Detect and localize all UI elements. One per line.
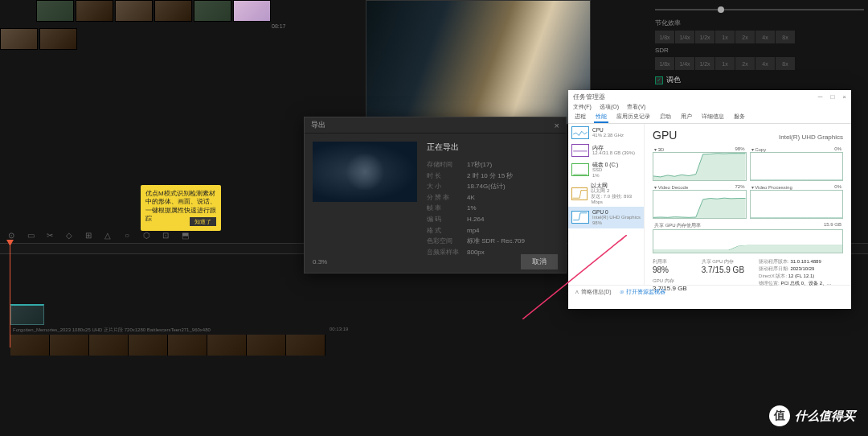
chart-label[interactable]: ▾ 3D bbox=[654, 146, 664, 152]
menu-options[interactable]: 选项(O) bbox=[600, 103, 619, 113]
fewer-details[interactable]: ∧ 简略信息(D) bbox=[575, 288, 612, 296]
perf-item-name: GPU 0 bbox=[592, 209, 641, 215]
video-track[interactable] bbox=[10, 335, 326, 356]
tool-icon[interactable]: △ bbox=[103, 230, 113, 240]
tool-icon[interactable]: ⬡ bbox=[141, 230, 151, 240]
tool-icon[interactable]: ⬒ bbox=[180, 230, 190, 240]
speed-btn[interactable]: 1/4x bbox=[675, 57, 694, 70]
export-status: 正在导出 bbox=[427, 142, 558, 153]
speed-btn[interactable]: 1/8x bbox=[655, 57, 674, 70]
export-row-key: 帧 率 bbox=[427, 203, 467, 214]
export-dialog: 导出 × 正在导出 存储时间17秒(17)时 长2 时 10 分 15 秒大 小… bbox=[304, 117, 567, 274]
maximize-icon[interactable]: □ bbox=[830, 93, 834, 101]
menu-file[interactable]: 文件(F) bbox=[573, 103, 592, 113]
media-thumb[interactable] bbox=[76, 0, 113, 22]
perf-item-name: 以太网 bbox=[591, 183, 641, 188]
speed-btn[interactable]: 1/4x bbox=[675, 31, 694, 43]
speed-btn[interactable]: 1x bbox=[715, 31, 735, 43]
perf-item-name: CPU bbox=[592, 127, 624, 133]
timeline-clip[interactable] bbox=[286, 335, 326, 356]
timeline-clip[interactable] bbox=[247, 335, 286, 356]
timeline-clip[interactable] bbox=[50, 335, 89, 356]
export-row-val: 17秒(17) bbox=[467, 159, 492, 171]
speed-btn[interactable]: 1x bbox=[715, 57, 735, 70]
cancel-button[interactable]: 取消 bbox=[521, 254, 558, 269]
slider[interactable] bbox=[655, 9, 864, 10]
chart-pct: 0% bbox=[834, 146, 841, 152]
speed-btn[interactable]: 2x bbox=[735, 31, 755, 43]
tooltip-ok-button[interactable]: 知道了 bbox=[190, 217, 216, 226]
timeline-clip[interactable] bbox=[89, 335, 129, 356]
resource-monitor-link[interactable]: ⊙ 打开资源监视器 bbox=[620, 288, 665, 296]
tool-icon[interactable]: ⊡ bbox=[161, 230, 170, 240]
media-thumb[interactable] bbox=[115, 0, 153, 22]
export-row-val: 4K bbox=[467, 192, 475, 204]
tab-startup[interactable]: 启动 bbox=[658, 113, 673, 123]
tab-users[interactable]: 用户 bbox=[679, 113, 694, 123]
speed-btn[interactable]: 1/2x bbox=[695, 57, 714, 70]
speed-btn[interactable]: 8x bbox=[776, 31, 795, 43]
gpu-chart bbox=[653, 191, 746, 218]
video-clip[interactable] bbox=[10, 304, 44, 325]
checkbox-label: 调色 bbox=[666, 75, 681, 85]
mini-graph-icon bbox=[571, 163, 589, 176]
close-icon[interactable]: × bbox=[555, 121, 559, 130]
watermark: 值 什么值得买 bbox=[769, 405, 855, 426]
tab-processes[interactable]: 进程 bbox=[573, 113, 588, 123]
section-label: 节化效率 bbox=[655, 19, 864, 27]
speed-buttons: 1/8x 1/4x 1/2x 1x 2x 4x 8x bbox=[655, 31, 864, 43]
stat-label: GPU 内存 bbox=[653, 278, 687, 285]
media-thumb[interactable] bbox=[39, 28, 77, 50]
preview-monitor bbox=[366, 0, 591, 125]
playhead[interactable] bbox=[10, 243, 10, 348]
timeline-clip[interactable] bbox=[10, 335, 50, 356]
timeline-clip[interactable] bbox=[168, 335, 207, 356]
media-thumb[interactable] bbox=[154, 0, 192, 22]
tool-select-icon[interactable]: ▭ bbox=[26, 230, 35, 240]
perf-item-val: SSD1% bbox=[592, 167, 618, 178]
minimize-icon[interactable]: ─ bbox=[818, 93, 823, 101]
gpu-chart bbox=[751, 153, 843, 180]
speed-btn[interactable]: 2x bbox=[735, 57, 755, 70]
perf-sidebar-item[interactable]: 磁盘 0 (C:)SSD1% bbox=[568, 159, 644, 180]
tool-icon[interactable]: ○ bbox=[122, 230, 132, 240]
timeline-clip[interactable] bbox=[207, 335, 247, 356]
perf-sidebar-item[interactable]: 内存12.4/31.8 GB (39%) bbox=[568, 142, 644, 159]
window-title: 任务管理器 bbox=[573, 93, 605, 101]
timeline-clip[interactable] bbox=[129, 335, 168, 356]
speed-btn[interactable]: 4x bbox=[755, 31, 775, 43]
speed-btn[interactable]: 1/8x bbox=[655, 31, 674, 43]
tool-blade-icon[interactable]: ✂ bbox=[45, 230, 55, 240]
perf-sidebar-item[interactable]: 以太网以太网 2发送: 7.0 接收: 893 Mbps bbox=[568, 180, 644, 207]
tool-icon[interactable]: ⊞ bbox=[84, 230, 93, 240]
gpu-title: GPU bbox=[653, 129, 677, 142]
close-icon[interactable]: × bbox=[842, 93, 846, 101]
media-thumb[interactable] bbox=[0, 28, 38, 50]
speed-btn[interactable]: 1/2x bbox=[695, 31, 714, 43]
chart-label[interactable]: ▾ Video Processing bbox=[751, 184, 792, 190]
perf-item-name: 内存 bbox=[592, 145, 635, 150]
chart-label[interactable]: ▾ Copy bbox=[751, 146, 767, 152]
perf-item-val: Intel(R) UHD Graphics98% bbox=[592, 215, 641, 225]
media-thumb[interactable] bbox=[194, 0, 231, 22]
perf-sidebar-item[interactable]: CPU41% 2.38 GHz bbox=[568, 124, 644, 142]
mem-chart-max: 15.9 GB bbox=[824, 222, 841, 229]
perf-sidebar-item[interactable]: GPU 0Intel(R) UHD Graphics98% bbox=[568, 207, 644, 228]
chart-label[interactable]: ▾ Video Decode bbox=[654, 184, 688, 190]
tab-services[interactable]: 服务 bbox=[732, 113, 747, 123]
tab-history[interactable]: 应用历史记录 bbox=[615, 113, 652, 123]
tab-details[interactable]: 详细信息 bbox=[700, 113, 726, 123]
media-thumb[interactable] bbox=[233, 0, 271, 22]
media-thumb[interactable] bbox=[36, 0, 74, 22]
speed-btn[interactable]: 4x bbox=[755, 57, 775, 70]
chart-pct: 0% bbox=[834, 184, 841, 190]
tab-performance[interactable]: 性能 bbox=[594, 113, 608, 123]
perf-item-name: 磁盘 0 (C:) bbox=[592, 162, 618, 167]
export-progress: 0.3% bbox=[313, 258, 327, 265]
checkbox[interactable]: ✓ bbox=[655, 76, 663, 84]
stat-value: 3.7/15.9 GB bbox=[702, 265, 744, 274]
tool-icon[interactable]: ◇ bbox=[64, 230, 74, 240]
speed-btn[interactable]: 8x bbox=[776, 57, 795, 70]
menu-view[interactable]: 查看(V) bbox=[627, 103, 645, 113]
export-row-val: H.264 bbox=[467, 214, 484, 225]
